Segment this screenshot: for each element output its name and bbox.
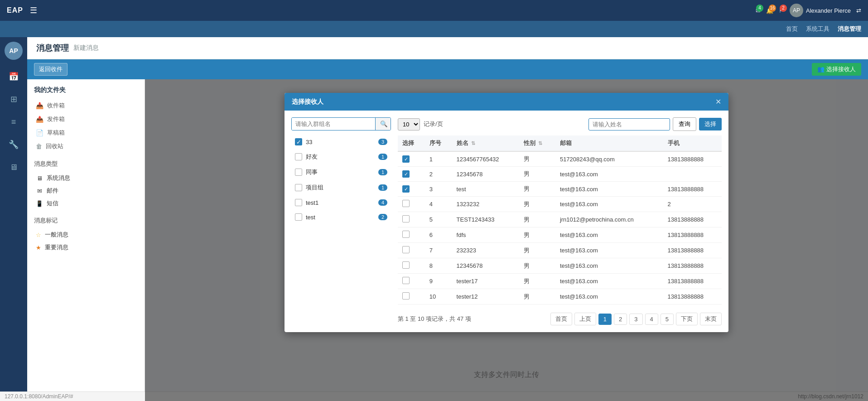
row-checkbox[interactable]	[402, 215, 410, 222]
row-select-cell[interactable]: ✓	[398, 167, 425, 182]
page-button[interactable]: 5	[661, 314, 674, 325]
group-checkbox[interactable]	[295, 184, 302, 191]
msg-type-label: 短信	[47, 199, 58, 208]
flag-nav-icon[interactable]: ⚑ 2	[779, 7, 784, 14]
row-select-cell[interactable]	[398, 289, 425, 304]
folders-list: 📥收件箱📤发件箱📄草稿箱🗑回收站	[34, 99, 138, 153]
row-checkbox[interactable]: ✓	[402, 155, 410, 163]
modal-close-button[interactable]: ✕	[715, 97, 721, 106]
row-select-cell[interactable]	[398, 243, 425, 258]
name-sort-icon[interactable]: ⇅	[471, 140, 475, 146]
folder-label: 草稿箱	[47, 129, 136, 137]
sidebar-calendar-icon[interactable]: 📅	[4, 67, 23, 86]
group-checkbox[interactable]	[295, 213, 302, 221]
page-button[interactable]: 4	[645, 314, 658, 325]
sidebar-grid-icon[interactable]: ⊞	[4, 90, 23, 109]
row-phone: 2	[663, 197, 722, 212]
msg-type-item[interactable]: 🖥系统消息	[34, 172, 138, 184]
msg-type-label: 邮件	[47, 187, 58, 195]
group-label: 同事	[306, 168, 375, 176]
page-subtitle: 新建消息	[73, 44, 99, 52]
sidebar-list-icon[interactable]: ≡	[4, 112, 23, 131]
folder-item[interactable]: 📄草稿箱	[34, 126, 138, 140]
modal-overlay: 选择接收人 ✕ 🔍 ✓333好友1同事1项目组1tes	[145, 79, 868, 401]
msg-type-icon: 📱	[36, 200, 43, 207]
group-checkbox[interactable]: ✓	[295, 138, 302, 145]
group-checkbox[interactable]	[295, 153, 302, 160]
row-name: test	[452, 182, 519, 197]
row-checkbox[interactable]	[402, 292, 410, 300]
share-icon[interactable]: ⇄	[856, 7, 861, 14]
row-select-cell[interactable]	[398, 212, 425, 227]
msg-mark-item[interactable]: ★重要消息	[34, 241, 138, 254]
row-select-cell[interactable]: ✓	[398, 182, 425, 197]
row-checkbox[interactable]: ✓	[402, 170, 410, 178]
sidebar-wrench-icon[interactable]: 🔧	[4, 135, 23, 154]
subnav-msg-management[interactable]: 消息管理	[838, 25, 861, 33]
per-page-select[interactable]: 10 20 50	[398, 118, 420, 130]
group-item[interactable]: test14	[291, 196, 391, 209]
notification-nav-icon[interactable]: 🔔 16	[766, 7, 773, 14]
hamburger-icon[interactable]: ☰	[30, 5, 37, 15]
group-search-button[interactable]: 🔍	[375, 118, 391, 130]
row-name: fdfs	[452, 227, 519, 243]
msg-mark-item[interactable]: ☆一般消息	[34, 228, 138, 241]
row-checkbox[interactable]	[402, 261, 410, 269]
group-item[interactable]: 好友1	[291, 150, 391, 164]
row-select-cell[interactable]	[398, 197, 425, 212]
gender-sort-icon[interactable]: ⇅	[538, 140, 542, 146]
page-button[interactable]: 3	[629, 314, 642, 325]
page-button[interactable]: 下页	[676, 313, 698, 325]
back-button[interactable]: 返回收件	[34, 63, 68, 76]
row-checkbox[interactable]	[402, 277, 410, 284]
row-phone: 13813888888	[663, 258, 722, 274]
row-checkbox[interactable]	[402, 231, 410, 238]
name-search-input[interactable]	[588, 118, 670, 130]
table-row: ✓ 1 1234567765432 男 517208243@qq.com 138…	[398, 151, 722, 167]
group-checkbox[interactable]	[295, 169, 302, 176]
folder-item[interactable]: 📤发件箱	[34, 112, 138, 126]
col-name: 姓名 ⇅	[452, 135, 519, 151]
row-select-cell[interactable]: ✓	[398, 151, 425, 167]
group-item[interactable]: test2	[291, 210, 391, 224]
msg-type-item[interactable]: ✉邮件	[34, 184, 138, 197]
row-select-cell[interactable]	[398, 258, 425, 274]
msg-marks-title: 消息标记	[34, 217, 138, 225]
user-profile[interactable]: AP Alexander Pierce	[790, 4, 851, 17]
group-search-input[interactable]	[292, 118, 375, 130]
group-count: 4	[378, 199, 387, 206]
row-phone: 13813888888	[663, 243, 722, 258]
select-button[interactable]: 选择	[699, 118, 722, 130]
top-nav: EAP ☰ ✉ 4 🔔 16 ⚑ 2 AP Alexander Pierce ⇄	[0, 0, 868, 21]
status-url: 127.0.0.1:8080/AdminEAP/#	[5, 393, 73, 400]
page-button[interactable]: 首页	[550, 313, 572, 325]
row-checkbox[interactable]	[402, 200, 410, 207]
row-email: test@163.com	[555, 258, 663, 274]
page-button[interactable]: 上页	[574, 313, 596, 325]
mail-nav-icon[interactable]: ✉ 4	[756, 7, 761, 14]
folder-label: 收件箱	[47, 101, 136, 110]
folder-item[interactable]: 🗑回收站	[34, 140, 138, 153]
group-item[interactable]: 同事1	[291, 165, 391, 179]
subnav-system-tools[interactable]: 系统工具	[806, 25, 829, 33]
page-button[interactable]: 2	[614, 314, 627, 325]
table-body: ✓ 1 1234567765432 男 517208243@qq.com 138…	[398, 151, 722, 304]
sidebar-monitor-icon[interactable]: 🖥	[4, 158, 23, 177]
select-receiver-button[interactable]: 👥 选择接收人	[812, 63, 861, 76]
group-checkbox[interactable]	[295, 199, 302, 206]
table-search-right: 查询 选择	[588, 117, 722, 131]
group-item[interactable]: 项目组1	[291, 180, 391, 195]
row-name: 232323	[452, 243, 519, 258]
subnav-home[interactable]: 首页	[786, 25, 798, 33]
page-button[interactable]: 末页	[700, 313, 722, 325]
row-checkbox[interactable]: ✓	[402, 185, 410, 193]
row-select-cell[interactable]	[398, 227, 425, 243]
group-item[interactable]: ✓333	[291, 135, 391, 149]
row-gender: 男	[519, 197, 555, 212]
msg-type-item[interactable]: 📱短信	[34, 197, 138, 210]
folder-item[interactable]: 📥收件箱	[34, 99, 138, 112]
row-checkbox[interactable]	[402, 246, 410, 253]
page-button[interactable]: 1	[598, 314, 612, 325]
query-button[interactable]: 查询	[673, 117, 696, 131]
row-select-cell[interactable]	[398, 274, 425, 289]
